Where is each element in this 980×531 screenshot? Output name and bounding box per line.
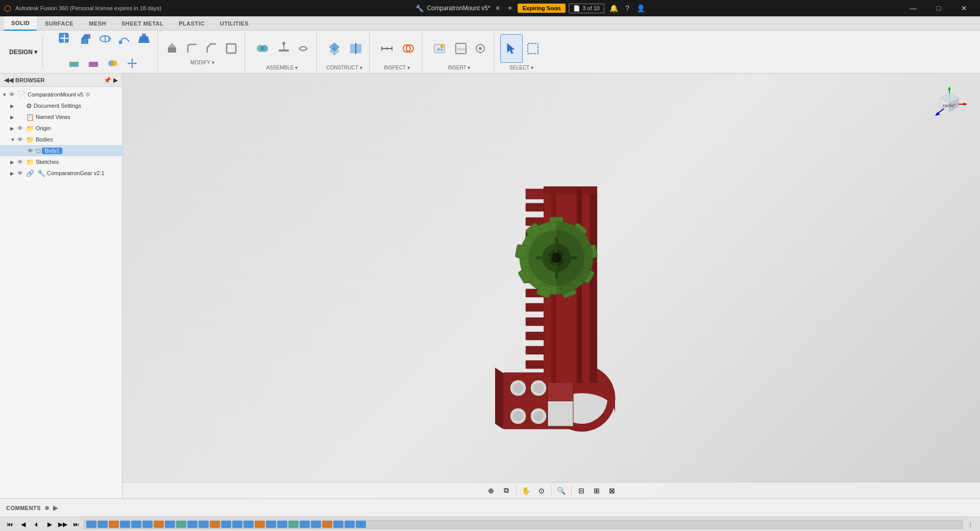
- vp-pan-button[interactable]: ✋: [520, 484, 533, 497]
- timeline-item-4[interactable]: [120, 521, 130, 528]
- timeline-item-23[interactable]: [333, 521, 344, 528]
- vp-effects-button[interactable]: ⊠: [605, 484, 619, 497]
- measure-button[interactable]: [376, 34, 398, 63]
- gear-toggle[interactable]: ▶: [10, 171, 17, 176]
- tree-item-doc-settings[interactable]: ▶ 👁 ⚙ Document Settings: [0, 100, 122, 111]
- new-component-button[interactable]: [53, 25, 76, 53]
- offset-plane-button[interactable]: [323, 34, 346, 63]
- vp-orbit-button[interactable]: ⊙: [535, 484, 548, 497]
- named-views-toggle[interactable]: ▶: [10, 114, 17, 120]
- tab-plastic[interactable]: PLASTIC: [172, 16, 212, 31]
- origin-toggle[interactable]: ▶: [10, 126, 17, 131]
- timeline-item-11[interactable]: [199, 521, 209, 528]
- root-eye[interactable]: 👁: [9, 91, 15, 98]
- vp-grid-button[interactable]: ⊞: [590, 484, 603, 497]
- profile-icon[interactable]: 👤: [634, 4, 647, 12]
- body1-eye[interactable]: 👁: [28, 148, 33, 154]
- origin-eye[interactable]: 👁: [17, 125, 23, 131]
- notification-icon[interactable]: 🔔: [607, 4, 620, 12]
- tree-item-origin[interactable]: ▶ 👁 📁 Origin: [0, 123, 122, 134]
- timeline-next-button[interactable]: ▶▶: [57, 519, 68, 530]
- shell-button[interactable]: [222, 39, 240, 58]
- vp-display-mode-button[interactable]: ⊟: [575, 484, 588, 497]
- timeline-first-button[interactable]: ⏮: [4, 519, 15, 530]
- timeline-track[interactable]: [84, 520, 963, 529]
- orientation-cube[interactable]: FRONT: [929, 84, 970, 125]
- timeline-item-20[interactable]: [300, 521, 310, 528]
- extrude-button[interactable]: [77, 30, 95, 48]
- root-toggle[interactable]: ▼: [2, 92, 9, 98]
- help-icon[interactable]: ?: [623, 4, 631, 12]
- tab-utilities[interactable]: UTILITIES: [213, 16, 256, 31]
- tree-item-body1[interactable]: ▶ 👁 □ Body1: [0, 145, 122, 156]
- bodies-toggle[interactable]: ▼: [10, 137, 17, 142]
- timeline-item-5[interactable]: [131, 521, 141, 528]
- boolean-button[interactable]: [104, 54, 122, 73]
- browser-expand-icon[interactable]: ▶: [113, 77, 118, 84]
- timeline-play-backward-button[interactable]: ⏴: [31, 519, 42, 530]
- insert-svg-button[interactable]: SVG: [452, 39, 470, 58]
- root-settings-icon[interactable]: ⚙: [85, 91, 90, 98]
- press-pull-button[interactable]: [164, 39, 182, 58]
- insert-canvas-button[interactable]: [428, 34, 451, 63]
- motion-link-button[interactable]: [294, 39, 312, 58]
- tree-item-sketches[interactable]: ▶ 👁 📁 Sketches: [0, 156, 122, 167]
- fillet-button[interactable]: [183, 39, 202, 58]
- bodies-eye[interactable]: 👁: [17, 136, 23, 142]
- timeline-item-13[interactable]: [221, 521, 231, 528]
- maximize-button[interactable]: □: [927, 0, 950, 16]
- timeline-item-10[interactable]: [187, 521, 198, 528]
- rib-button[interactable]: [65, 54, 83, 73]
- tree-root[interactable]: ▼ 👁 📄 ComparatronMount v5 ⚙: [0, 89, 122, 100]
- timeline-item-9[interactable]: [176, 521, 186, 528]
- insert-mcad-button[interactable]: [471, 39, 489, 58]
- gear-eye[interactable]: 👁: [17, 170, 23, 176]
- sketches-eye[interactable]: 👁: [17, 159, 23, 165]
- timeline-item-12[interactable]: [210, 521, 220, 528]
- tree-item-named-views[interactable]: ▶ 👁 📋 Named Views: [0, 111, 122, 123]
- sweep-button[interactable]: [115, 30, 134, 48]
- loft-button[interactable]: [135, 30, 153, 48]
- timeline-item-15[interactable]: [243, 521, 254, 528]
- browser-pin-icon[interactable]: 📌: [104, 77, 111, 84]
- vp-zoom-window-button[interactable]: ⧉: [500, 484, 513, 497]
- close-tab-button[interactable]: ✕: [493, 5, 502, 12]
- revolve-button[interactable]: [96, 30, 114, 48]
- expiring-button[interactable]: Expiring Soon: [518, 4, 566, 13]
- timeline-item-16[interactable]: [255, 521, 265, 528]
- chamfer-button[interactable]: [203, 39, 221, 58]
- interference-button[interactable]: [399, 39, 418, 58]
- timeline-item-8[interactable]: [165, 521, 175, 528]
- timeline-item-25[interactable]: [356, 521, 366, 528]
- timeline-last-button[interactable]: ⏭: [70, 519, 82, 530]
- comments-expand-arrow[interactable]: ▶: [53, 504, 58, 512]
- tree-item-bodies[interactable]: ▼ 👁 📁 Bodies: [0, 134, 122, 145]
- web-button[interactable]: [84, 54, 103, 73]
- minimize-button[interactable]: —: [901, 0, 925, 16]
- timeline-item-17[interactable]: [266, 521, 276, 528]
- timeline-item-1[interactable]: [86, 521, 96, 528]
- timeline-item-14[interactable]: [232, 521, 242, 528]
- timeline-item-3[interactable]: [109, 521, 119, 528]
- move-button[interactable]: [123, 54, 141, 73]
- timeline-prev-button[interactable]: ◀: [17, 519, 29, 530]
- close-button[interactable]: ✕: [952, 0, 976, 16]
- timeline-item-18[interactable]: [277, 521, 287, 528]
- timeline-item-24[interactable]: [345, 521, 355, 528]
- timeline-item-22[interactable]: [322, 521, 332, 528]
- doc-settings-toggle[interactable]: ▶: [10, 103, 17, 109]
- timeline-end-marker-button[interactable]: |: [965, 519, 976, 530]
- joint-button[interactable]: [251, 34, 274, 63]
- timeline-item-6[interactable]: [142, 521, 153, 528]
- vp-zoom-in-button[interactable]: 🔍: [555, 484, 568, 497]
- timeline-play-button[interactable]: ▶: [44, 519, 55, 530]
- sketches-toggle[interactable]: ▶: [10, 159, 17, 165]
- tree-item-gear-component[interactable]: ▶ 👁 🔗 🔧 ComparatronGear v2:1: [0, 167, 122, 179]
- window-select-button[interactable]: [524, 39, 542, 58]
- new-tab-button[interactable]: +: [505, 4, 514, 13]
- midplane-button[interactable]: [347, 39, 365, 58]
- timeline-item-19[interactable]: [288, 521, 299, 528]
- ground-button[interactable]: [275, 39, 293, 58]
- timeline-item-2[interactable]: [97, 521, 108, 528]
- design-dropdown[interactable]: DESIGN ▾: [4, 37, 43, 67]
